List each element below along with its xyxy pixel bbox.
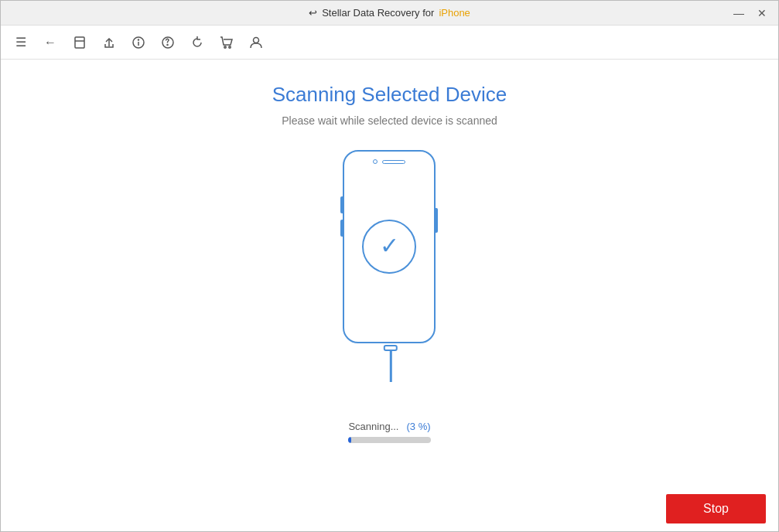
phone-side-btn-right [436, 208, 438, 233]
info-button[interactable] [126, 30, 151, 55]
phone-speaker [382, 160, 405, 164]
bookmark-button[interactable] [67, 30, 92, 55]
main-content: Scanning Selected Device Please wait whi… [248, 60, 531, 532]
menu-button[interactable]: ☰ [9, 30, 33, 55]
scanning-percent: (3 %) [406, 421, 430, 432]
scan-subtitle: Please wait while selected device is sca… [282, 114, 497, 127]
scan-title: Scanning Selected Device [272, 83, 507, 107]
refresh-button[interactable] [185, 30, 210, 55]
phone-body: ✓ [343, 150, 436, 343]
minimize-button[interactable]: — [729, 5, 749, 22]
share-button[interactable] [97, 30, 121, 55]
svg-point-5 [138, 39, 139, 40]
svg-rect-0 [75, 37, 84, 48]
svg-point-7 [167, 44, 168, 45]
title-bar: ↩ Stellar Data Recovery for iPhone — ✕ [1, 1, 778, 26]
cable-connector [384, 345, 398, 351]
cable-line [390, 351, 392, 382]
scanning-label: Scanning... [348, 421, 398, 432]
footer: Stop [654, 485, 778, 532]
progress-labels: Scanning... (3 %) [348, 421, 430, 432]
title-controls: — ✕ [729, 5, 772, 22]
phone-notch [373, 159, 405, 164]
check-mark-icon: ✓ [380, 234, 399, 257]
progress-bar-fill [348, 437, 350, 443]
svg-point-10 [254, 37, 259, 43]
title-iphone: iPhone [439, 7, 470, 19]
phone-camera [373, 159, 378, 164]
svg-point-9 [229, 46, 231, 47]
phone-illustration: ✓ [327, 150, 451, 382]
phone-check-container: ✓ [362, 220, 416, 274]
back-button[interactable]: ← [38, 30, 63, 55]
phone-check-circle: ✓ [362, 220, 416, 274]
help-button[interactable] [155, 30, 180, 55]
content-wrapper: Scanning Selected Device Please wait whi… [1, 60, 778, 532]
title-icon: ↩ [309, 7, 317, 19]
title-bar-text: ↩ Stellar Data Recovery for iPhone [309, 7, 470, 19]
close-button[interactable]: ✕ [752, 5, 772, 22]
progress-bar-background [348, 437, 430, 443]
cart-button[interactable] [214, 30, 239, 55]
progress-area: Scanning... (3 %) [263, 421, 515, 443]
phone-cable [384, 346, 398, 382]
user-button[interactable] [244, 30, 268, 55]
stop-button[interactable]: Stop [666, 494, 766, 523]
toolbar: ☰ ← [1, 26, 778, 60]
title-text-before: Stellar Data Recovery for [322, 7, 434, 19]
svg-point-8 [224, 46, 226, 47]
